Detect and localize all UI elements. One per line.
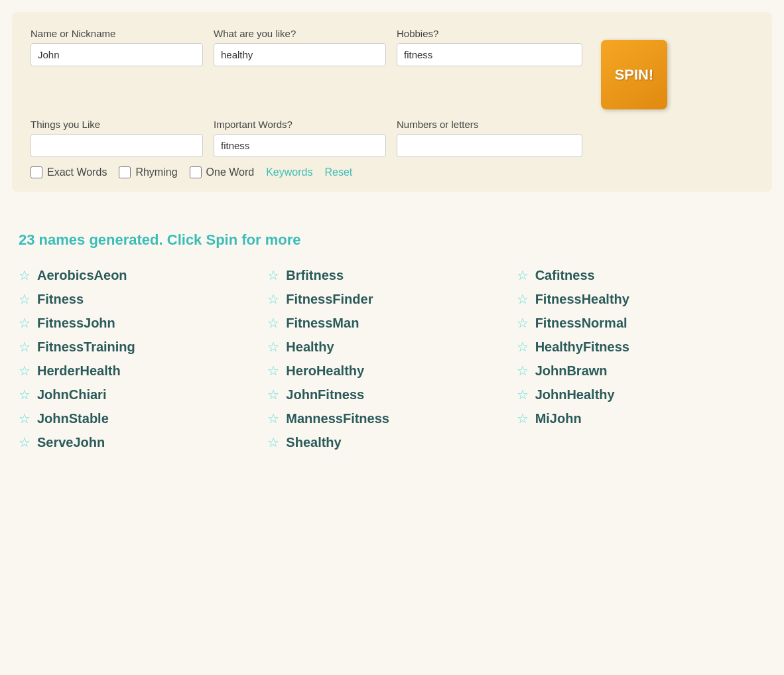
name-item: ☆ Healthy [267, 339, 516, 355]
reset-button[interactable]: Reset [324, 166, 352, 178]
star-icon[interactable]: ☆ [19, 267, 31, 283]
name-text: HealthyFitness [535, 339, 629, 355]
name-text: Fitness [37, 292, 84, 307]
things-input[interactable] [31, 134, 203, 157]
name-group: Name or Nickname [31, 28, 203, 66]
star-icon[interactable]: ☆ [517, 410, 529, 426]
things-group: Things you Like [31, 119, 203, 157]
exact-words-label[interactable]: Exact Words [31, 166, 107, 178]
name-item: ☆ ServeJohn [19, 434, 267, 450]
results-count: 23 names generated. Click Spin for more [19, 231, 765, 249]
star-icon[interactable]: ☆ [19, 291, 31, 307]
numbers-input[interactable] [397, 134, 582, 157]
numbers-label: Numbers or letters [397, 119, 582, 130]
name-item: ☆ JohnFitness [267, 387, 516, 402]
what-input[interactable] [214, 43, 386, 66]
exact-words-checkbox[interactable] [31, 166, 42, 178]
important-group: Important Words? [214, 119, 386, 157]
rhyming-label[interactable]: Rhyming [119, 166, 177, 178]
name-item: ☆ JohnChiari [19, 387, 267, 402]
star-icon[interactable]: ☆ [517, 339, 529, 355]
name-item: ☆ AerobicsAeon [19, 267, 267, 283]
rhyming-text: Rhyming [135, 166, 177, 178]
things-label: Things you Like [31, 119, 203, 130]
star-icon[interactable]: ☆ [517, 267, 529, 283]
form-row-2: Things you Like Important Words? Numbers… [31, 119, 753, 157]
name-item: ☆ HeroHealthy [267, 363, 516, 379]
name-item: ☆ FitnessTraining [19, 339, 267, 355]
star-icon[interactable]: ☆ [267, 267, 279, 283]
name-item: ☆ HerderHealth [19, 363, 267, 379]
keywords-button[interactable]: Keywords [266, 166, 312, 178]
name-text: FitnessJohn [37, 316, 115, 331]
name-item: ☆ FitnessFinder [267, 291, 516, 307]
star-icon[interactable]: ☆ [19, 339, 31, 355]
star-icon[interactable]: ☆ [517, 387, 529, 402]
numbers-group: Numbers or letters [397, 119, 582, 157]
name-item: ☆ HealthyFitness [517, 339, 765, 355]
star-icon[interactable]: ☆ [267, 363, 279, 379]
name-item: ☆ FitnessMan [267, 315, 516, 331]
name-text: FitnessFinder [286, 292, 373, 307]
name-text: FitnessMan [286, 316, 359, 331]
star-icon[interactable]: ☆ [19, 315, 31, 331]
exact-words-text: Exact Words [47, 166, 107, 178]
name-item: ☆ FitnessJohn [19, 315, 267, 331]
star-icon[interactable]: ☆ [19, 410, 31, 426]
name-item: ☆ Brfitness [267, 267, 516, 283]
star-icon[interactable]: ☆ [517, 291, 529, 307]
star-icon[interactable]: ☆ [267, 387, 279, 402]
name-text: FitnessNormal [535, 316, 627, 331]
name-text: FitnessHealthy [535, 292, 629, 307]
what-group: What are you like? [214, 28, 386, 66]
one-word-checkbox[interactable] [190, 166, 202, 178]
hobbies-label: Hobbies? [397, 28, 582, 39]
name-text: FitnessTraining [37, 339, 135, 355]
spin-button[interactable]: SPIN! [601, 40, 667, 109]
form-panel: Name or Nickname What are you like? Hobb… [12, 12, 772, 192]
important-label: Important Words? [214, 119, 386, 130]
hobbies-group: Hobbies? [397, 28, 582, 66]
name-label: Name or Nickname [31, 28, 203, 39]
star-icon[interactable]: ☆ [267, 291, 279, 307]
star-icon[interactable]: ☆ [267, 315, 279, 331]
star-icon[interactable]: ☆ [19, 363, 31, 379]
name-text: MiJohn [535, 411, 582, 426]
name-text: ServeJohn [37, 435, 105, 450]
name-text: Healthy [286, 339, 334, 355]
name-text: Shealthy [286, 435, 341, 450]
name-item: ☆ MannessFitness [267, 410, 516, 426]
important-input[interactable] [214, 134, 386, 157]
name-text: JohnChiari [37, 387, 106, 402]
name-item: ☆ JohnHealthy [517, 387, 765, 402]
star-icon[interactable]: ☆ [267, 434, 279, 450]
name-item: ☆ Shealthy [267, 434, 516, 450]
name-item: ☆ FitnessHealthy [517, 291, 765, 307]
star-icon[interactable]: ☆ [19, 387, 31, 402]
form-row-1: Name or Nickname What are you like? Hobb… [31, 28, 753, 109]
star-icon[interactable]: ☆ [267, 339, 279, 355]
what-label: What are you like? [214, 28, 386, 39]
name-item: ☆ Cafitness [517, 267, 765, 283]
name-item: ☆ JohnStable [19, 410, 267, 426]
name-text: HerderHealth [37, 363, 121, 379]
name-text: HeroHealthy [286, 363, 364, 379]
one-word-text: One Word [206, 166, 255, 178]
results-section: 23 names generated. Click Spin for more … [0, 231, 784, 450]
name-item: ☆ FitnessNormal [517, 315, 765, 331]
one-word-label[interactable]: One Word [190, 166, 255, 178]
name-text: AerobicsAeon [37, 268, 127, 283]
name-text: JohnHealthy [535, 387, 615, 402]
options-row: Exact Words Rhyming One Word Keywords Re… [31, 166, 753, 178]
name-item: ☆ MiJohn [517, 410, 765, 426]
name-text: MannessFitness [286, 411, 389, 426]
rhyming-checkbox[interactable] [119, 166, 131, 178]
hobbies-input[interactable] [397, 43, 582, 66]
name-input[interactable] [31, 43, 203, 66]
star-icon[interactable]: ☆ [517, 315, 529, 331]
star-icon[interactable]: ☆ [267, 410, 279, 426]
name-text: Cafitness [535, 268, 595, 283]
star-icon[interactable]: ☆ [517, 363, 529, 379]
star-icon[interactable]: ☆ [19, 434, 31, 450]
name-text: JohnBrawn [535, 363, 608, 379]
